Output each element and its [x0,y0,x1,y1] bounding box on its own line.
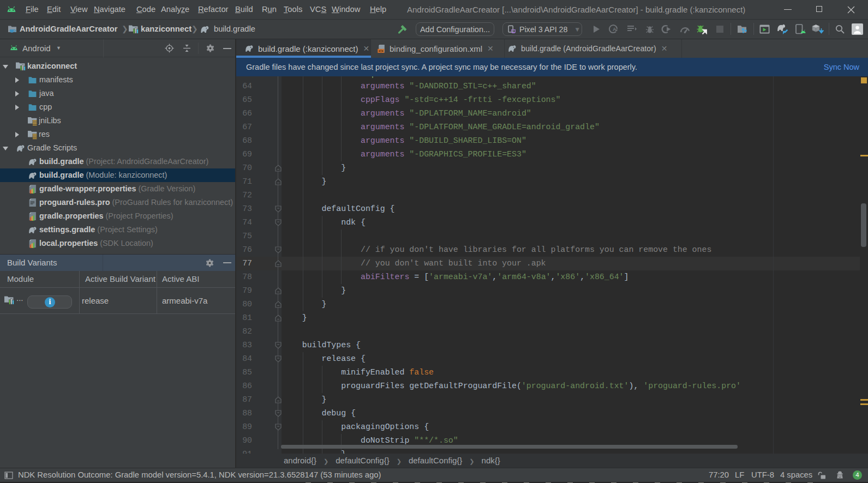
svg-text:A: A [613,27,616,32]
